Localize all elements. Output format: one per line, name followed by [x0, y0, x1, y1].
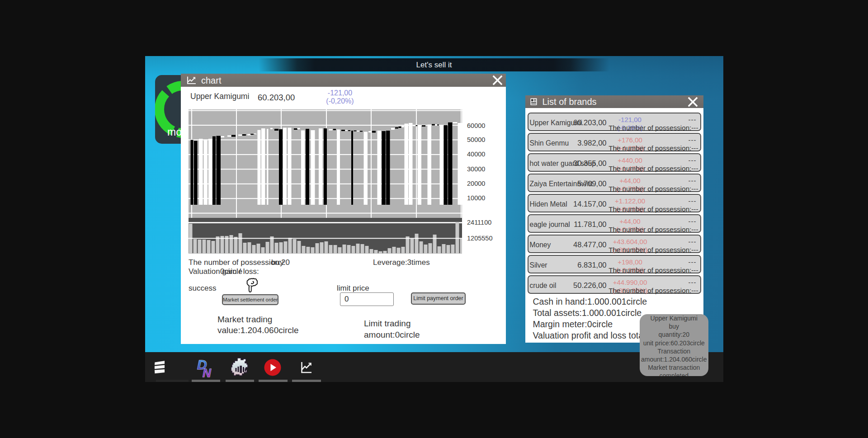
svg-text:N: N: [203, 366, 212, 378]
